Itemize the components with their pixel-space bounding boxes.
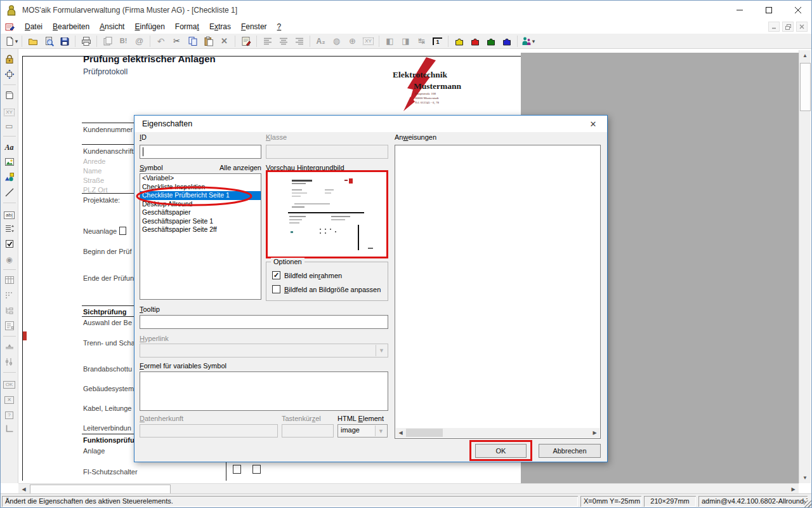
textbox-button[interactable]: ab| <box>2 206 17 221</box>
layers-button <box>100 34 115 48</box>
cancel-button[interactable]: Abbrechen <box>539 444 601 458</box>
layers-icon <box>103 36 113 46</box>
cut-button[interactable]: ✂ <box>169 34 184 48</box>
tools-sidebar: XY▭Aaab|◉OK✕? <box>1 49 18 483</box>
copy-icon <box>188 36 198 46</box>
menu-format[interactable]: Format <box>170 21 204 32</box>
symbol-list-item[interactable]: Geschäftspapier Seite 2ff <box>140 225 261 234</box>
page-field-button[interactable] <box>2 88 17 103</box>
properties-button[interactable] <box>239 34 253 48</box>
pane-append-button: ◨ <box>398 34 413 48</box>
page-number-button[interactable]: 1 <box>430 34 445 48</box>
resize-grip[interactable] <box>804 500 811 508</box>
print-preview-button[interactable] <box>41 34 56 48</box>
rectangle-button[interactable]: ▭ <box>2 118 17 133</box>
open-folder-button[interactable] <box>25 34 40 48</box>
print-button[interactable] <box>79 34 93 48</box>
minimize-button[interactable] <box>725 1 754 20</box>
ok-button[interactable]: OK <box>475 444 527 458</box>
save-button[interactable] <box>57 34 72 48</box>
checkbox-field-button[interactable] <box>2 236 17 251</box>
id-input[interactable] <box>140 145 261 159</box>
mdi-close-button[interactable] <box>796 22 808 32</box>
scroll-down-button[interactable]: ▼ <box>799 472 811 483</box>
spin-list-button[interactable] <box>2 221 17 236</box>
separator <box>448 36 449 47</box>
puzzle-green-button[interactable] <box>483 34 498 48</box>
spin-list-icon <box>4 224 15 234</box>
scroll-right-button[interactable]: ▶ <box>788 484 799 494</box>
symbol-list-item[interactable]: <Variabel> <box>140 174 261 183</box>
horizontal-scrollbar[interactable]: ◀ ▶ <box>18 483 799 494</box>
xy-box-icon: XY <box>4 105 15 116</box>
menu-bearbeiten[interactable]: Bearbeiten <box>48 21 95 32</box>
scroll-up-button[interactable]: ▲ <box>799 50 811 61</box>
puzzle-blue-button[interactable] <box>499 34 514 48</box>
field-check-icon: B! <box>119 36 129 46</box>
close-button[interactable] <box>783 1 812 20</box>
symbol-list-item[interactable]: Geschäftspapier <box>140 208 261 217</box>
tooltip-input[interactable] <box>140 315 388 329</box>
lock-button[interactable] <box>2 51 17 67</box>
print-icon <box>81 36 91 46</box>
line-button[interactable] <box>2 185 17 200</box>
puzzle-yellow-button[interactable] <box>452 34 466 48</box>
svg-text:Mustermann: Mustermann <box>414 81 461 91</box>
symbol-list-item[interactable]: Checkliste Inspektion <box>140 183 261 192</box>
font-size-button: A₂ <box>313 34 328 48</box>
app-icon <box>6 4 17 16</box>
mdi-minimize-button[interactable] <box>768 22 780 32</box>
delete-button[interactable]: ✕ <box>217 34 232 48</box>
vertical-scroll-thumb[interactable] <box>800 63 811 111</box>
menu-datei[interactable]: Datei <box>20 21 48 32</box>
maximize-button[interactable] <box>754 1 783 20</box>
scroll-left-button[interactable]: ◀ <box>18 484 29 494</box>
people-button[interactable]: ▾ <box>521 34 535 48</box>
menu-help[interactable]: ? <box>272 21 287 32</box>
puzzle-red-button[interactable] <box>468 34 482 48</box>
menu-ansicht[interactable]: Ansicht <box>95 21 129 32</box>
scroll-thumb[interactable] <box>406 429 443 437</box>
anweisungen-scrollbar[interactable]: ◀ ▶ <box>396 428 599 438</box>
menu-extras[interactable]: Extras <box>204 21 236 32</box>
scroll-right-button[interactable]: ▶ <box>590 428 599 438</box>
symbol-listbox[interactable]: <Variabel>Checkliste InspektionChecklist… <box>140 173 261 300</box>
menu-einf-gen[interactable]: Einfügen <box>129 21 169 32</box>
menu-fenster[interactable]: Fenster <box>236 21 272 32</box>
tastenkuerzel-label: Tastenkürzel <box>282 415 321 422</box>
bildfeld-einrahmen-checkbox[interactable]: ✓ <box>272 271 280 279</box>
html-element-combobox[interactable]: image ▼ <box>337 424 388 438</box>
text-style-icon: Aa <box>4 141 13 152</box>
bildfeld-anpassen-checkbox[interactable] <box>272 285 280 293</box>
scroll-left-button[interactable]: ◀ <box>396 428 405 438</box>
cut-icon: ✂ <box>172 36 182 46</box>
vertical-scrollbar[interactable]: ▲ ▼ <box>799 50 811 483</box>
bildfeld-einrahmen-row[interactable]: ✓ Bildfeld einrahmen <box>272 271 342 279</box>
paste-button[interactable] <box>201 34 216 48</box>
image-field-button[interactable] <box>2 154 17 170</box>
alle-anzeigen-toggle[interactable]: Alle anzeigen <box>211 164 261 171</box>
dropdown-arrow-icon: ▾ <box>15 38 18 44</box>
form-label: Trenn- und Scha <box>83 339 135 347</box>
symbol-list-item[interactable]: Geschäftspapier Seite 1 <box>140 217 261 226</box>
formel-textarea[interactable] <box>140 371 388 411</box>
horizontal-scroll-thumb[interactable] <box>30 485 171 494</box>
mdi-restore-button[interactable] <box>782 22 794 32</box>
dialog-close-icon[interactable]: ✕ <box>584 117 602 130</box>
bildfeld-anpassen-row[interactable]: Bildfeld an Bildgröße anpassen <box>272 285 381 293</box>
symbol-list-item[interactable]: Checkliste Prüfbericht Seite 1 <box>140 191 261 200</box>
tree-list-icon <box>4 305 15 316</box>
form-checkbox[interactable] <box>233 465 241 474</box>
company-logo: Elektrotechnik Mustermann Hauptstraße 10… <box>384 57 466 112</box>
copy-button[interactable] <box>185 34 200 48</box>
symbol-list-item[interactable]: Desktop Allround <box>140 200 261 209</box>
ruler-slider-icon <box>4 342 15 352</box>
new-document-button[interactable]: ▾ <box>4 34 18 48</box>
neuanlage-checkbox[interactable] <box>119 227 126 235</box>
anweisungen-textarea[interactable]: ◀ ▶ <box>395 145 601 439</box>
form-checkbox[interactable] <box>252 465 261 474</box>
shapes-button[interactable] <box>2 170 17 185</box>
dialog-title-bar: Eigenschaften ✕ <box>134 116 607 132</box>
text-style-button[interactable]: Aa <box>2 139 17 154</box>
select-move-button[interactable] <box>2 67 17 82</box>
